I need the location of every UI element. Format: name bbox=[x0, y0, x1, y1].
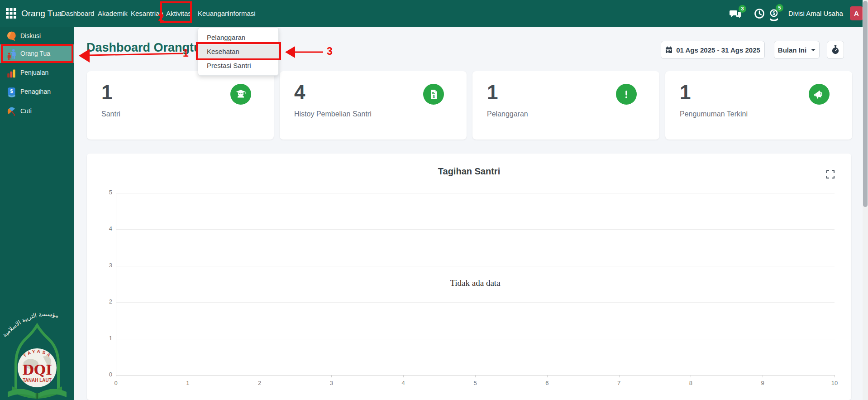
messages-badge: 3 bbox=[739, 5, 746, 13]
nav-item-informasi[interactable]: Informasi bbox=[228, 0, 256, 27]
logo-name-text: DQI bbox=[22, 362, 52, 378]
sidebar-item-penjualan[interactable]: Penjualan bbox=[0, 63, 74, 82]
annotation-step1-number: 1 bbox=[183, 47, 189, 59]
fullscreen-icon[interactable] bbox=[826, 170, 835, 178]
chart-plot-area: Tidak ada data 012345012345678910 bbox=[116, 193, 835, 375]
sidebar: Diskusi Orang Tua Penjualan bbox=[0, 27, 74, 400]
svg-text:$: $ bbox=[773, 11, 775, 16]
gridline-y-3 bbox=[116, 266, 835, 266]
chart-panel: Tagihan Santri Tidak ada data 0123450123… bbox=[87, 154, 851, 400]
x-tick-label: 10 bbox=[828, 380, 841, 386]
stat-card-pengumuman[interactable]: 1 Pengumuman Terkini bbox=[665, 71, 852, 140]
avatar[interactable]: A bbox=[850, 6, 863, 20]
nav-item-keuangan[interactable]: Keuangan bbox=[198, 0, 229, 27]
chart-title: Tagihan Santri bbox=[87, 166, 851, 177]
period-dropdown-button[interactable]: Bulan Ini bbox=[774, 41, 820, 59]
annotation-step2-number: 2 bbox=[158, 12, 164, 24]
top-navbar: Orang Tua Dashboard Akademik Kesantrian … bbox=[0, 0, 868, 27]
x-tick-label: 5 bbox=[469, 380, 482, 386]
stat-value: 1 bbox=[680, 81, 691, 104]
stat-value: 1 bbox=[101, 81, 112, 104]
page-title: Dashboard Orangtua bbox=[86, 41, 208, 55]
nav-item-dashboard[interactable]: Dashboard bbox=[61, 0, 94, 27]
sidebar-item-penagihan[interactable]: $ Penagihan bbox=[0, 82, 74, 101]
logo-region-text: TANAH LAUT bbox=[23, 378, 52, 383]
x-tick-8 bbox=[691, 375, 691, 377]
sales-chart-icon bbox=[6, 67, 18, 79]
aktivitas-dropdown-menu: Pelanggaran Kesehatan Prestasi Santri bbox=[198, 27, 279, 76]
sidebar-item-diskusi[interactable]: Diskusi bbox=[0, 27, 74, 45]
notifications-badge: 5 bbox=[776, 4, 783, 12]
period-label: Bulan Ini bbox=[778, 46, 806, 54]
x-tick-label: 6 bbox=[541, 380, 553, 386]
menu-item-kesehatan[interactable]: Kesehatan bbox=[198, 44, 278, 58]
scrollbar-thumb[interactable] bbox=[863, 1, 868, 207]
annotation-arrow-step3 bbox=[284, 45, 325, 59]
chevron-down-icon bbox=[811, 49, 816, 51]
exclamation-icon bbox=[616, 84, 637, 105]
x-tick-label: 1 bbox=[181, 380, 194, 386]
x-tick-6 bbox=[547, 375, 548, 377]
stat-card-santri[interactable]: 1 Santri bbox=[87, 71, 274, 140]
x-tick-label: 3 bbox=[325, 380, 338, 386]
x-tick-9 bbox=[763, 375, 763, 377]
gridline-y-5 bbox=[116, 193, 835, 193]
stat-label: Pelanggaran bbox=[487, 110, 528, 118]
sidebar-item-label: Penagihan bbox=[20, 82, 51, 101]
date-range-label: 01 Ags 2025 - 31 Ags 2025 bbox=[676, 46, 760, 54]
sidebar-item-label: Penjualan bbox=[20, 63, 48, 82]
x-tick-3 bbox=[331, 375, 332, 377]
menu-item-pelanggaran[interactable]: Pelanggaran bbox=[198, 30, 278, 44]
billing-icon: $ bbox=[6, 86, 18, 98]
x-tick-label: 9 bbox=[756, 380, 769, 386]
x-tick-2 bbox=[260, 375, 260, 377]
foundation-logo: مؤسسة التربية الاسلامية YAYASAN DQI TANA… bbox=[3, 279, 71, 400]
date-range-button[interactable]: 01 Ags 2025 - 31 Ags 2025 bbox=[661, 41, 765, 59]
y-tick-label: 0 bbox=[98, 371, 112, 378]
annotation-step3-number: 3 bbox=[327, 45, 333, 58]
nav-item-aktivitas[interactable]: Aktivitas bbox=[166, 0, 191, 27]
stat-card-pelanggaran[interactable]: 1 Pelanggaran bbox=[472, 71, 659, 140]
y-tick-label: 4 bbox=[98, 225, 112, 232]
x-tick-10 bbox=[835, 375, 835, 377]
sidebar-item-label: Cuti bbox=[20, 102, 32, 120]
stat-card-pembelian[interactable]: 4 Histoy Pembelian Santri $ bbox=[280, 71, 467, 140]
x-tick-label: 0 bbox=[110, 380, 122, 386]
sidebar-item-label: Diskusi bbox=[20, 27, 41, 45]
x-tick-1 bbox=[188, 375, 188, 377]
stopwatch-button[interactable] bbox=[827, 41, 844, 59]
gridline-y-1 bbox=[116, 339, 835, 339]
x-tick-7 bbox=[619, 375, 620, 377]
apps-grid-icon[interactable] bbox=[6, 8, 16, 19]
gridline-y-4 bbox=[116, 229, 835, 230]
sidebar-item-label: Orang Tua bbox=[20, 44, 50, 63]
nav-item-akademik[interactable]: Akademik bbox=[98, 0, 128, 27]
svg-text:$: $ bbox=[433, 94, 435, 99]
x-tick-label: 4 bbox=[397, 380, 410, 386]
x-tick-label: 7 bbox=[613, 380, 625, 386]
y-tick-label: 3 bbox=[98, 262, 112, 269]
stat-value: 1 bbox=[487, 81, 498, 104]
menu-item-prestasi-santri[interactable]: Prestasi Santri bbox=[198, 58, 278, 72]
gridline-y-2 bbox=[116, 302, 835, 303]
leave-umbrella-icon bbox=[6, 106, 18, 117]
scrollbar-track[interactable] bbox=[863, 0, 868, 400]
stat-value: 4 bbox=[294, 81, 305, 104]
invoice-icon: $ bbox=[423, 84, 444, 105]
chart-empty-message: Tidak ada data bbox=[116, 278, 835, 288]
x-tick-4 bbox=[403, 375, 404, 377]
sidebar-item-cuti[interactable]: Cuti bbox=[0, 102, 74, 120]
user-division-label[interactable]: Divisi Amal Usaha bbox=[788, 0, 843, 27]
x-tick-0 bbox=[116, 375, 116, 377]
sidebar-item-orang-tua[interactable]: Orang Tua bbox=[0, 44, 74, 63]
brand-title[interactable]: Orang Tua bbox=[21, 0, 62, 27]
discussion-icon bbox=[6, 30, 18, 42]
calendar-icon bbox=[665, 46, 672, 53]
x-tick-label: 2 bbox=[253, 380, 266, 386]
y-tick-label: 1 bbox=[98, 335, 112, 342]
history-clock-icon[interactable] bbox=[754, 8, 765, 19]
stat-label: Histoy Pembelian Santri bbox=[294, 110, 372, 118]
y-tick-label: 2 bbox=[98, 298, 112, 305]
megaphone-icon bbox=[809, 84, 830, 105]
stat-label: Pengumuman Terkini bbox=[680, 110, 748, 118]
